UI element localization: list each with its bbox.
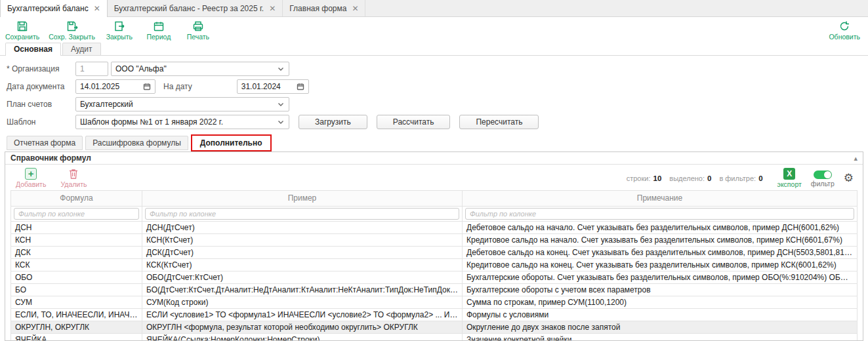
cell-note[interactable]: Округление до двух знаков после запятой [463,321,858,333]
calendar-icon[interactable] [143,83,151,90]
cell-note[interactable]: Сумма по строкам, пример СУМ(1100,1200) [463,296,858,308]
cell-formula[interactable]: ЯЧЕЙКА [11,333,142,340]
tab-formula-decode-label: Расшифровка формулы [93,138,181,148]
column-header-note[interactable]: Примечание [463,190,858,206]
close-button[interactable]: Закрыть [104,20,134,41]
cell-example[interactable]: БО(ДтСчет:КтСчет.ДтАналит:НеДтАналит:КтА… [142,283,463,296]
column-header-example[interactable]: Пример [142,190,463,206]
cell-note[interactable]: Формулы с условиями [463,308,858,321]
table-row[interactable]: ДСКДСК(ДтСчет)Дебетовое сальдо на конец.… [11,246,858,258]
organization-code-field[interactable]: 1 [75,62,108,76]
cell-example[interactable]: КСК(КтСчет) [142,258,463,271]
close-icon[interactable]: ✕ [94,5,100,12]
table-row[interactable]: КСККСК(КтСчет)Кредитовое сальдо на конец… [11,258,858,271]
delete-button[interactable]: Удалить [60,168,87,188]
cell-formula[interactable]: ОКРУГЛН, ОКРУГЛК [11,321,142,333]
cell-formula[interactable]: СУМ [11,296,142,308]
period-button[interactable]: Период [144,20,174,41]
add-button[interactable]: + Добавить [16,168,46,188]
formula-reference-panel: Справочник формул ▴ + Добавить Удалить с… [5,151,863,341]
table-row[interactable]: СУМСУМ(Код строки)Сумма по строкам, прим… [11,296,858,308]
save-close-button[interactable]: Сохр. Закрыть [49,20,95,41]
tab-audit[interactable]: Аудит [62,43,101,55]
chevron-down-icon[interactable] [277,100,285,108]
window-tab-balance[interactable]: Бухгалтерский баланс ✕ [0,0,108,17]
cell-note[interactable]: Бухгалтерские обороты. Счет указывать бе… [463,271,858,283]
cell-formula[interactable]: КСН [11,233,142,246]
table-row[interactable]: ОКРУГЛН, ОКРУГЛКОКРУГЛН <формула, резуль… [11,321,858,333]
table-row[interactable]: ДСНДСН(ДтСчет)Дебетовое сальдо на начало… [11,221,858,233]
cell-formula[interactable]: БО [11,283,142,296]
filter-input-formula[interactable] [14,208,139,220]
cell-formula[interactable]: КСК [11,258,142,271]
cell-example[interactable]: ЕСЛИ <условие1> ТО <формула1> ИНАЧЕЕСЛИ … [142,308,463,321]
cell-example[interactable]: ЯЧЕЙКА(Ссылка:НомерКолонки:НомерСтроки) [142,333,463,340]
printer-icon [192,20,204,32]
rows-label: строки: [627,174,651,182]
column-header-formula[interactable]: Формула [11,190,142,206]
recalculate-button[interactable]: Пересчитать [459,115,539,129]
collapse-icon[interactable]: ▴ [854,154,858,163]
tab-additional[interactable]: Дополнительно [194,136,269,150]
chart-select[interactable]: Бухгалтерский [75,97,289,111]
cell-note[interactable]: Кредитовое сальдо на начало. Счет указыв… [463,233,858,246]
panel-header: Справочник формул ▴ [5,152,863,165]
window-tab-main-form[interactable]: Главная форма ✕ [283,0,365,16]
close-icon[interactable]: ✕ [352,5,358,12]
cell-formula[interactable]: ДСН [11,221,142,233]
filter-toggle[interactable]: фильтр [811,169,835,188]
chevron-down-icon[interactable] [277,118,285,126]
tab-report-form[interactable]: Отчетная форма [7,136,83,150]
table-row[interactable]: ОБООБО(ДтСчет:КтСчет)Бухгалтерские оборо… [11,271,858,283]
organization-name-value: ООО "Альфа" [115,64,167,73]
table-row[interactable]: КСНКСН(КтСчет)Кредитовое сальдо на начал… [11,233,858,246]
filter-input-note[interactable] [465,208,854,220]
chevron-down-icon[interactable] [277,65,285,73]
cell-formula[interactable]: ДСК [11,246,142,258]
calculate-button[interactable]: Рассчитать [377,115,451,129]
cell-formula[interactable]: ОБО [11,271,142,283]
print-button[interactable]: Печать [183,20,213,41]
table-row[interactable]: БОБО(ДтСчет:КтСчет.ДтАналит:НеДтАналит:К… [11,283,858,296]
cell-example[interactable]: СУМ(Код строки) [142,296,463,308]
gear-icon[interactable]: ⚙ [844,172,854,184]
window-tab-register[interactable]: Бухгалтерский баланс - Реестр за 2025 г.… [108,0,283,16]
toggle-on-icon[interactable] [814,170,832,179]
add-label: Добавить [16,180,46,188]
organization-select[interactable]: ООО "Альфа" [111,62,289,76]
form-row-chart: План счетов Бухгалтерский [7,96,868,111]
table-row[interactable]: ЯЧЕЙКАЯЧЕЙКА(Ссылка:НомерКолонки:НомерСт… [11,333,858,340]
export-button[interactable]: X экспорт [777,168,802,188]
filter-input-example[interactable] [145,208,459,220]
save-button[interactable]: Сохранить [5,20,39,41]
tab-main[interactable]: Основная [5,43,61,56]
on-date-field[interactable]: 31.01.2024 [237,79,309,94]
cell-formula[interactable]: ЕСЛИ, ТО, ИНАЧЕЕСЛИ, ИНАЧЕ, КОНЕЦ [11,308,142,321]
cell-note[interactable]: Бухгалтерские обороты с учетом всех пара… [463,283,858,296]
cell-note[interactable]: Дебетовое сальдо на конец. Счет указыват… [463,246,858,258]
cell-example[interactable]: ОКРУГЛН <формула, результат которой необ… [142,321,463,333]
organization-code-value: 1 [80,64,85,73]
delete-label: Удалить [60,180,87,188]
calendar-icon[interactable] [297,83,304,90]
formula-table-wrap: Формула Пример Примечание ДСНДСН(ДтСчет)… [5,190,863,340]
tab-formula-decode[interactable]: Расшифровка формулы [85,136,188,150]
cell-example[interactable]: ДСК(ДтСчет) [142,246,463,258]
cell-note[interactable]: Дебетовое сальдо на начало. Счет указыва… [463,221,858,233]
table-row[interactable]: ЕСЛИ, ТО, ИНАЧЕЕСЛИ, ИНАЧЕ, КОНЕЦЕСЛИ <у… [11,308,858,321]
doc-date-field[interactable]: 14.01.2025 [75,79,155,94]
cell-example[interactable]: ДСН(ДтСчет) [142,221,463,233]
on-date-label: На дату [163,82,192,91]
template-value: Шаблон формы №1 от 1 января 2022 г. [80,117,223,127]
panel-toolbar-right: строки:10 выделено:0 в фильтре:0 X экспо… [627,168,854,188]
template-select[interactable]: Шаблон формы №1 от 1 января 2022 г. [75,115,289,129]
form-row-dates: Дата документа 14.01.2025 На дату 31.01.… [7,79,868,94]
app-window: Бухгалтерский баланс ✕ Бухгалтерский бал… [0,0,868,341]
load-button[interactable]: Загрузить [299,115,367,129]
cell-example[interactable]: КСН(КтСчет) [142,233,463,246]
cell-example[interactable]: ОБО(ДтСчет:КтСчет) [142,271,463,283]
close-icon[interactable]: ✕ [269,5,276,12]
cell-note[interactable]: Кредитовое сальдо на конец. Счет указыва… [463,258,858,271]
refresh-button[interactable]: Обновить [829,20,860,41]
cell-note[interactable]: Значение конкретной ячейки [463,333,858,340]
